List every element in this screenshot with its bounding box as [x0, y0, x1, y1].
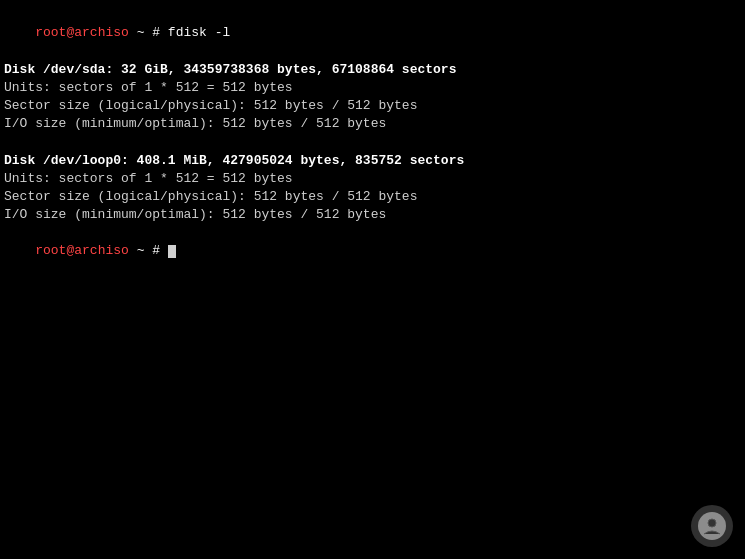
active-prompt-sep: ~ #	[129, 243, 168, 258]
output-line-8: I/O size (minimum/optimal): 512 bytes / …	[4, 206, 741, 224]
output-line-6: Units: sectors of 1 * 512 = 512 bytes	[4, 170, 741, 188]
terminal-cursor	[168, 245, 176, 258]
active-prompt-line: root@archiso ~ #	[4, 224, 741, 279]
empty-line-1	[4, 133, 741, 151]
output-line-5: Disk /dev/loop0: 408.1 MiB, 427905024 by…	[4, 152, 741, 170]
active-prompt-user: root@archiso	[35, 243, 129, 258]
terminal-window[interactable]: root@archiso ~ # fdisk -l Disk /dev/sda:…	[0, 0, 745, 559]
output-line-2: Units: sectors of 1 * 512 = 512 bytes	[4, 79, 741, 97]
output-line-4: I/O size (minimum/optimal): 512 bytes / …	[4, 115, 741, 133]
prompt-user: root@archiso	[35, 25, 129, 40]
command-line-1: root@archiso ~ # fdisk -l	[4, 6, 741, 61]
svg-point-0	[708, 519, 716, 527]
output-line-3: Sector size (logical/physical): 512 byte…	[4, 97, 741, 115]
output-line-7: Sector size (logical/physical): 512 byte…	[4, 188, 741, 206]
watermark-badge	[691, 505, 733, 547]
watermark-svg	[702, 516, 722, 536]
command-text: fdisk -l	[168, 25, 230, 40]
prompt-sep: ~ #	[129, 25, 168, 40]
watermark-icon	[698, 512, 726, 540]
output-line-1: Disk /dev/sda: 32 GiB, 34359738368 bytes…	[4, 61, 741, 79]
